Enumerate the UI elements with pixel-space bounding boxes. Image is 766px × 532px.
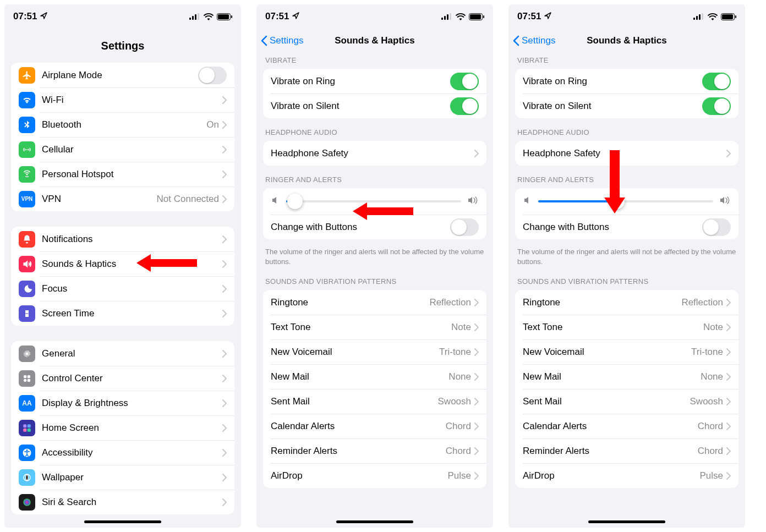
settings-row-focus[interactable]: Focus bbox=[11, 276, 234, 301]
row-value: Swoosh bbox=[438, 396, 471, 407]
row-change-buttons[interactable]: Change with Buttons bbox=[515, 215, 738, 239]
svg-rect-13 bbox=[28, 379, 30, 381]
row-vibrate-silent[interactable]: Vibrate on Silent bbox=[515, 94, 738, 118]
row-value: Reflection bbox=[681, 297, 723, 308]
row-headphone-safety[interactable]: Headphone Safety bbox=[263, 141, 486, 166]
settings-row-wifi[interactable]: Wi-Fi bbox=[11, 87, 234, 112]
pattern-row[interactable]: Text Tone Note bbox=[263, 315, 486, 339]
pattern-row[interactable]: Text Tone Note bbox=[515, 315, 738, 339]
chevron-right-icon bbox=[726, 472, 731, 480]
chevron-right-icon bbox=[474, 323, 479, 331]
status-bar: 07:51 bbox=[508, 4, 745, 29]
toggle-switch[interactable] bbox=[702, 218, 731, 236]
pattern-row[interactable]: AirDrop Pulse bbox=[263, 463, 486, 488]
location-icon bbox=[40, 12, 47, 19]
chevron-right-icon bbox=[474, 299, 479, 306]
settings-row-display[interactable]: AADisplay & Brightness bbox=[11, 391, 234, 415]
svg-rect-37 bbox=[722, 14, 733, 19]
pattern-row[interactable]: New Voicemail Tri-tone bbox=[515, 339, 738, 364]
controlcenter-icon bbox=[19, 370, 35, 387]
pattern-row[interactable]: Reminder Alerts Chord bbox=[515, 438, 738, 463]
section-header-patterns: Sounds and Vibration Patterns bbox=[508, 268, 745, 290]
nav-bar: Settings Sounds & Haptics bbox=[256, 29, 493, 53]
pattern-row[interactable]: New Voicemail Tri-tone bbox=[263, 339, 486, 364]
row-label: Cellular bbox=[42, 144, 222, 155]
row-vibrate-ring[interactable]: Vibrate on Ring bbox=[515, 69, 738, 94]
toggle-switch[interactable] bbox=[198, 67, 227, 84]
screenshot-sounds: 07:51 Settings Sounds & Haptics Vibrate … bbox=[256, 4, 493, 528]
chevron-right-icon bbox=[474, 398, 479, 405]
settings-row-siri[interactable]: Siri & Search bbox=[11, 490, 234, 514]
pattern-row[interactable]: Sent Mail Swoosh bbox=[263, 389, 486, 414]
row-headphone-safety[interactable]: Headphone Safety bbox=[515, 141, 738, 166]
settings-row-airplane[interactable]: Airplane Mode bbox=[11, 63, 234, 87]
pattern-row[interactable]: Calendar Alerts Chord bbox=[515, 414, 738, 438]
row-vibrate-silent[interactable]: Vibrate on Silent bbox=[263, 94, 486, 118]
settings-row-notifications[interactable]: Notifications bbox=[11, 227, 234, 251]
section-header-headphone: Headphone Audio bbox=[256, 125, 493, 141]
toggle-switch[interactable] bbox=[450, 218, 479, 236]
battery-icon bbox=[217, 13, 232, 20]
row-label: New Voicemail bbox=[523, 347, 691, 358]
row-label: Wallpaper bbox=[42, 472, 222, 483]
svg-rect-35 bbox=[702, 13, 703, 20]
pattern-row[interactable]: Ringtone Reflection bbox=[263, 290, 486, 315]
row-label: Airplane Mode bbox=[42, 70, 198, 81]
cellular-icon bbox=[19, 141, 35, 158]
chevron-right-icon bbox=[474, 423, 479, 430]
row-label: Personal Hotspot bbox=[42, 169, 222, 180]
chevron-right-icon bbox=[474, 447, 479, 455]
pattern-row[interactable]: New Mail None bbox=[263, 364, 486, 389]
chevron-right-icon bbox=[222, 310, 227, 317]
settings-row-general[interactable]: General bbox=[11, 341, 234, 366]
row-change-buttons[interactable]: Change with Buttons bbox=[263, 215, 486, 239]
home-indicator bbox=[588, 520, 665, 523]
volume-slider[interactable] bbox=[286, 200, 461, 202]
chevron-right-icon bbox=[726, 373, 731, 381]
row-vibrate-ring[interactable]: Vibrate on Ring bbox=[263, 69, 486, 94]
section-header-vibrate: Vibrate bbox=[256, 53, 493, 69]
row-value: Note bbox=[451, 322, 471, 333]
row-label: Siri & Search bbox=[42, 497, 222, 508]
pattern-row[interactable]: Sent Mail Swoosh bbox=[515, 389, 738, 414]
homescreen-icon bbox=[19, 420, 35, 436]
volume-slider-row bbox=[263, 188, 486, 215]
speaker-low-icon bbox=[271, 195, 281, 205]
row-value: Reflection bbox=[429, 297, 471, 308]
wifi-status-icon bbox=[204, 13, 214, 20]
nav-bar: Settings bbox=[4, 29, 241, 53]
airplane-icon bbox=[19, 67, 35, 84]
pattern-row[interactable]: Calendar Alerts Chord bbox=[263, 414, 486, 438]
pattern-row[interactable]: Ringtone Reflection bbox=[515, 290, 738, 315]
toggle-switch[interactable] bbox=[450, 73, 479, 90]
focus-icon bbox=[19, 281, 35, 297]
location-icon bbox=[544, 12, 551, 19]
pattern-row[interactable]: AirDrop Pulse bbox=[515, 463, 738, 488]
svg-rect-25 bbox=[444, 16, 446, 20]
page-title: Sounds & Haptics bbox=[256, 35, 493, 46]
settings-row-accessibility[interactable]: Accessibility bbox=[11, 440, 234, 465]
settings-row-sounds[interactable]: Sounds & Haptics bbox=[11, 251, 234, 276]
settings-row-controlcenter[interactable]: Control Center bbox=[11, 366, 234, 391]
toggle-switch[interactable] bbox=[702, 97, 731, 115]
pattern-row[interactable]: Reminder Alerts Chord bbox=[263, 438, 486, 463]
chevron-right-icon bbox=[222, 195, 227, 203]
settings-row-wallpaper[interactable]: Wallpaper bbox=[11, 465, 234, 490]
row-value: None bbox=[448, 371, 471, 382]
settings-row-hotspot[interactable]: Personal Hotspot bbox=[11, 162, 234, 187]
row-label: Sent Mail bbox=[271, 396, 438, 407]
settings-row-homescreen[interactable]: Home Screen bbox=[11, 415, 234, 440]
settings-row-bluetooth[interactable]: BluetoothOn bbox=[11, 112, 234, 137]
volume-slider[interactable] bbox=[538, 200, 713, 202]
svg-rect-29 bbox=[470, 14, 481, 19]
signal-icon bbox=[189, 13, 200, 20]
settings-row-vpn[interactable]: VPNVPNNot Connected bbox=[11, 187, 234, 211]
settings-row-screentime[interactable]: Screen Time bbox=[11, 301, 234, 326]
svg-rect-1 bbox=[192, 16, 194, 20]
status-bar: 07:51 bbox=[256, 4, 493, 29]
toggle-switch[interactable] bbox=[702, 73, 731, 90]
settings-row-cellular[interactable]: Cellular bbox=[11, 137, 234, 162]
pattern-row[interactable]: New Mail None bbox=[515, 364, 738, 389]
toggle-switch[interactable] bbox=[450, 97, 479, 115]
hotspot-icon bbox=[19, 166, 35, 183]
